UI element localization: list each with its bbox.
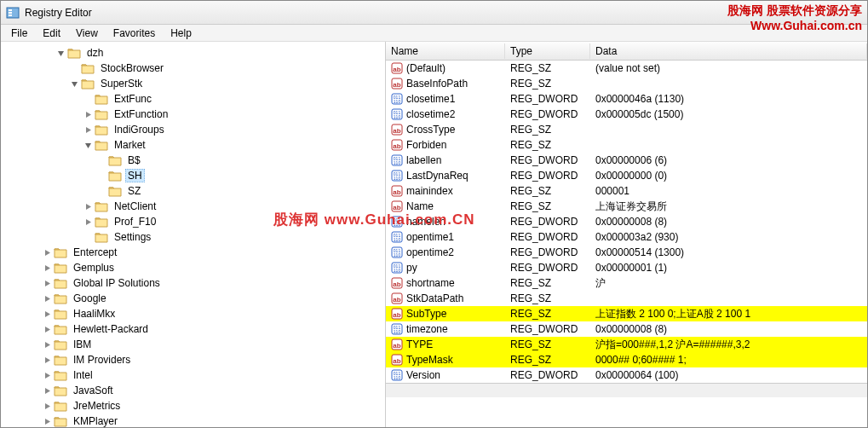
value-row[interactable]: 011110namelenREG_DWORD0x00000008 (8) [386,214,867,229]
expander-icon[interactable] [83,140,93,150]
value-row[interactable]: abmainindexREG_SZ000001 [386,183,867,199]
value-row[interactable]: 011110pyREG_DWORD0x00000001 (1) [386,260,867,275]
tree-node-extfunction[interactable]: ExtFunction [1,107,385,122]
tree-node-superstk[interactable]: SuperStk [1,76,385,91]
value-row[interactable]: abSubTypeREG_SZ上证指数 2 100 0;上证A股 2 100 1 [386,306,867,321]
menu-view[interactable]: View [69,26,105,41]
tree-node-globalipsolutions[interactable]: Global IP Solutions [1,275,385,291]
menu-edit[interactable]: Edit [36,26,67,41]
tree-label: IM Providers [71,354,133,366]
expander-icon[interactable] [42,385,52,396]
svg-text:110: 110 [394,329,401,334]
value-row[interactable]: abForbidenREG_SZ [386,137,867,153]
tree-label: SZ [125,185,143,197]
menu-help[interactable]: Help [164,26,198,41]
value-name: abForbiden [386,139,505,151]
expander-icon[interactable] [42,416,52,426]
svg-text:ab: ab [393,66,400,73]
svg-text:ab: ab [393,342,400,350]
value-row[interactable]: ab(Default)REG_SZ(value not set) [386,61,867,76]
value-name: 011110py [386,262,505,274]
expander-icon[interactable] [42,370,52,380]
expander-icon[interactable] [42,401,52,411]
tree-node-ibm[interactable]: IBM [1,337,385,352]
expander-icon[interactable] [42,293,52,304]
expander-icon[interactable] [42,324,52,334]
value-data: 上证指数 2 100 0;上证A股 2 100 1 [590,307,867,321]
expander-icon[interactable] [83,217,93,227]
tree-label: Prof_F10 [112,216,158,228]
value-row[interactable]: abCrossTypeREG_SZ [386,122,867,137]
value-row[interactable]: abshortnameREG_SZ沪 [386,275,867,291]
expander-icon[interactable] [83,124,93,135]
expander-icon[interactable] [42,278,52,288]
tree-node-proff10[interactable]: Prof_F10 [1,214,385,229]
tree-node-settings[interactable]: Settings [1,229,385,245]
menu-favorites[interactable]: Favorites [106,26,162,41]
tree-node-intel[interactable]: Intel [1,367,385,383]
value-row[interactable]: abTypeMaskREG_SZ0000## 0;60#### 1; [386,352,867,367]
tree-label: NetClient [112,200,158,212]
value-row[interactable]: 011110opentime1REG_DWORD0x000003a2 (930) [386,229,867,245]
tree-node-hewlettpackard[interactable]: Hewlett-Packard [1,321,385,337]
value-row[interactable]: 011110opentime2REG_DWORD0x00000514 (1300… [386,245,867,260]
tree-node-extfunc[interactable]: ExtFunc [1,91,385,107]
tree-node-kmplayer[interactable]: KMPlayer [1,414,385,427]
expander-icon[interactable] [55,48,66,58]
expander-icon[interactable] [42,263,52,273]
tree-node-dzh[interactable]: dzh [1,45,385,61]
value-data: 0x000005dc (1500) [590,108,867,120]
tree-node-improviders[interactable]: IM Providers [1,352,385,367]
tree-node-indigroups[interactable]: IndiGroups [1,122,385,137]
menu-file[interactable]: File [4,26,34,41]
tree-pane[interactable]: dzhStockBrowserSuperStkExtFuncExtFunctio… [1,42,386,427]
value-row[interactable]: 011110closetime1REG_DWORD0x0000046a (113… [386,91,867,107]
tree-node-sz[interactable]: SZ [1,183,385,199]
tree-node-b[interactable]: B$ [1,153,385,168]
value-row[interactable]: abBaseInfoPathREG_SZ [386,76,867,91]
value-name: 011110opentime2 [386,246,505,258]
expander-icon[interactable] [69,78,79,89]
tree-node-netclient[interactable]: NetClient [1,199,385,214]
expander-icon[interactable] [42,309,52,319]
value-name: 011110timezone [386,323,505,335]
value-row[interactable]: abTYPEREG_SZ沪指=000###,1,2 沪A=######,3,2 [386,337,867,352]
column-data[interactable]: Data [590,43,867,59]
value-row[interactable]: 011110timezoneREG_DWORD0x00000008 (8) [386,321,867,337]
tree-node-entercept[interactable]: Entercept [1,245,385,260]
value-data: 0x000003a2 (930) [590,231,867,243]
value-data: 0x0000046a (1130) [590,93,867,105]
horizontal-scrollbar[interactable] [386,383,867,397]
value-row[interactable]: 011110closetime2REG_DWORD0x000005dc (150… [386,107,867,122]
column-name[interactable]: Name [386,43,505,59]
value-name: 011110closetime1 [386,93,505,105]
value-type: REG_SZ [505,292,590,304]
svg-text:ab: ab [393,142,400,150]
tree-node-gemplus[interactable]: Gemplus [1,260,385,275]
svg-text:110: 110 [394,176,401,181]
value-row[interactable]: 011110LastDynaReqREG_DWORD0x00000000 (0) [386,168,867,183]
value-row[interactable]: 011110labellenREG_DWORD0x00000006 (6) [386,153,867,168]
value-name: abCrossType [386,124,505,136]
expander-icon[interactable] [42,247,52,257]
tree-node-google[interactable]: Google [1,291,385,306]
expander-icon[interactable] [83,201,93,211]
tree-node-stockbrowser[interactable]: StockBrowser [1,61,385,76]
column-type[interactable]: Type [505,43,590,59]
tree-node-haalimkx[interactable]: HaaliMkx [1,306,385,321]
value-data: 0x00000514 (1300) [590,246,867,258]
svg-text:ab: ab [393,127,400,135]
tree-node-javasoft[interactable]: JavaSoft [1,383,385,398]
expander-icon [96,171,106,181]
list-pane[interactable]: Name Type Data ab(Default)REG_SZ(value n… [386,42,867,427]
value-row[interactable]: abStkDataPathREG_SZ [386,291,867,306]
value-row[interactable]: abNameREG_SZ上海证券交易所 [386,199,867,214]
value-type: REG_SZ [505,62,590,74]
value-row[interactable]: 011110VersionREG_DWORD0x00000064 (100) [386,367,867,383]
tree-node-market[interactable]: Market [1,137,385,153]
tree-node-sh[interactable]: SH [1,168,385,183]
tree-node-jremetrics[interactable]: JreMetrics [1,398,385,414]
expander-icon[interactable] [42,355,52,365]
expander-icon[interactable] [42,339,52,350]
expander-icon[interactable] [83,109,93,119]
